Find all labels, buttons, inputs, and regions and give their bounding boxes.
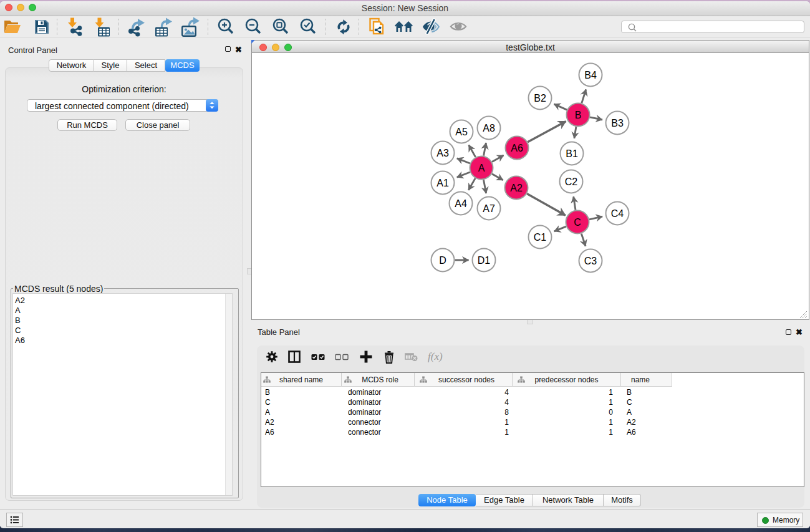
svg-text:D: D: [439, 255, 446, 266]
svg-text:C3: C3: [584, 256, 597, 266]
svg-text:B3: B3: [611, 118, 624, 128]
svg-text:A: A: [478, 163, 485, 173]
svg-text:A5: A5: [455, 127, 468, 137]
svg-text:A2: A2: [510, 183, 523, 193]
svg-text:A3: A3: [436, 148, 449, 158]
svg-text:C1: C1: [534, 232, 547, 243]
svg-text:B1: B1: [566, 148, 578, 159]
svg-text:B4: B4: [584, 70, 597, 80]
svg-text:A7: A7: [483, 203, 495, 214]
svg-text:C2: C2: [565, 177, 578, 187]
svg-text:A4: A4: [455, 198, 467, 209]
svg-text:A6: A6: [511, 143, 523, 153]
svg-text:D1: D1: [478, 255, 491, 266]
svg-text:A1: A1: [436, 178, 449, 188]
svg-text:B2: B2: [534, 93, 546, 104]
svg-text:C4: C4: [611, 208, 624, 219]
svg-text:A8: A8: [483, 123, 495, 133]
svg-text:C: C: [574, 217, 581, 228]
svg-text:B: B: [575, 110, 582, 120]
